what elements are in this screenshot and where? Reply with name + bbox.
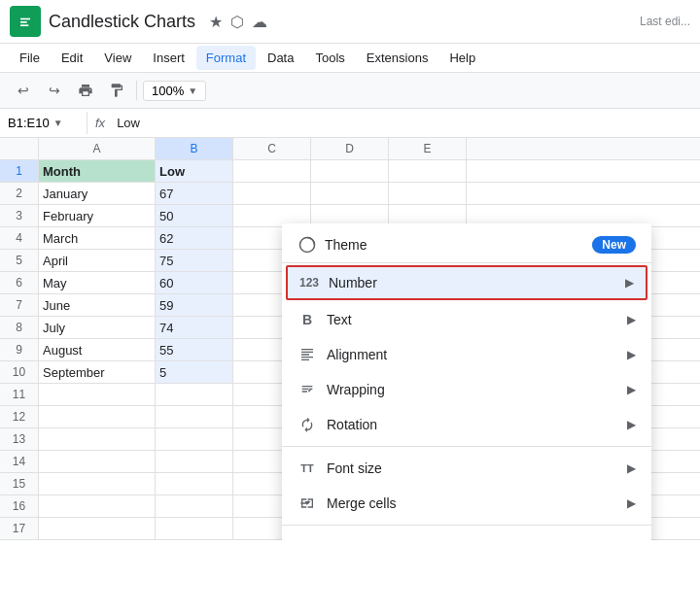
cell-b1[interactable]: Low xyxy=(156,160,233,182)
row-num-15[interactable]: 15 xyxy=(0,473,39,495)
row-num-9[interactable]: 9 xyxy=(0,339,39,360)
cell-b7[interactable]: 59 xyxy=(156,294,233,316)
menu-insert[interactable]: Insert xyxy=(143,46,194,70)
cell-b14[interactable] xyxy=(156,451,233,472)
paint-format-button[interactable] xyxy=(103,77,130,104)
cell-ref-dropdown-icon[interactable]: ▼ xyxy=(53,118,63,128)
cell-b6[interactable]: 60 xyxy=(156,272,233,293)
format-alignment-item[interactable]: Alignment ▶ xyxy=(282,337,651,372)
number-chevron-icon: ▶ xyxy=(625,276,634,290)
cell-a13[interactable] xyxy=(39,428,156,450)
cell-b3[interactable]: 50 xyxy=(156,205,233,226)
mergecells-chevron-icon: ▶ xyxy=(627,496,636,510)
col-header-e[interactable]: E xyxy=(389,138,467,159)
rotation-chevron-icon: ▶ xyxy=(627,418,636,431)
row-num-13[interactable]: 13 xyxy=(0,428,39,450)
row-num-12[interactable]: 12 xyxy=(0,406,39,427)
col-header-c[interactable]: C xyxy=(233,138,311,159)
row-num-8[interactable]: 8 xyxy=(0,317,39,338)
cell-a10[interactable]: September xyxy=(39,361,156,383)
cell-a11[interactable] xyxy=(39,384,156,405)
cell-a1[interactable]: Month xyxy=(39,160,156,182)
row-num-14[interactable]: 14 xyxy=(0,451,39,472)
cell-a16[interactable] xyxy=(39,495,156,517)
cell-a17[interactable] xyxy=(39,518,156,539)
row-num-1[interactable]: 1 xyxy=(0,160,39,182)
cell-a14[interactable] xyxy=(39,451,156,472)
cell-reference[interactable]: B1:E10 ▼ xyxy=(0,112,88,134)
menu-format[interactable]: Format xyxy=(196,46,256,70)
menu-file[interactable]: File xyxy=(10,46,50,70)
row-num-2[interactable]: 2 xyxy=(0,183,39,204)
cell-b13[interactable] xyxy=(156,428,233,450)
cell-d2[interactable] xyxy=(311,183,389,204)
row-num-10[interactable]: 10 xyxy=(0,361,39,383)
cell-a3[interactable]: February xyxy=(39,205,156,226)
redo-button[interactable]: ↪ xyxy=(41,77,68,104)
menu-edit[interactable]: Edit xyxy=(52,46,92,70)
zoom-control[interactable]: 100% ▼ xyxy=(143,81,206,101)
col-header-d[interactable]: D xyxy=(311,138,389,159)
row-num-11[interactable]: 11 xyxy=(0,384,39,405)
cell-b9[interactable]: 55 xyxy=(156,339,233,360)
row-num-16[interactable]: 16 xyxy=(0,495,39,517)
cell-c1[interactable] xyxy=(233,160,311,182)
cell-a8[interactable]: July xyxy=(39,317,156,338)
cell-d1[interactable] xyxy=(311,160,389,182)
cell-b16[interactable] xyxy=(156,495,233,517)
cell-b8[interactable]: 74 xyxy=(156,317,233,338)
cell-a6[interactable]: May xyxy=(39,272,156,293)
row-num-17[interactable]: 17 xyxy=(0,518,39,539)
cell-a4[interactable]: March xyxy=(39,227,156,249)
format-conditional-item[interactable]: Conditional formatting xyxy=(282,529,651,540)
cell-a2[interactable]: January xyxy=(39,183,156,204)
format-mergecells-item[interactable]: Merge cells ▶ xyxy=(282,486,651,521)
cell-b5[interactable]: 75 xyxy=(156,250,233,271)
drive-icon[interactable]: ⬡ xyxy=(230,13,244,31)
cell-a7[interactable]: June xyxy=(39,294,156,316)
last-edit-label: Last edi... xyxy=(640,15,690,28)
conditional-icon xyxy=(298,537,317,540)
menu-data[interactable]: Data xyxy=(258,46,303,70)
format-fontsize-item[interactable]: TT Font size ▶ xyxy=(282,451,651,486)
theme-menu-item[interactable]: Theme New xyxy=(282,227,651,263)
row-num-4[interactable]: 4 xyxy=(0,227,39,249)
cell-b17[interactable] xyxy=(156,518,233,539)
row-num-6[interactable]: 6 xyxy=(0,272,39,293)
col-header-a[interactable]: A xyxy=(39,138,156,159)
menu-view[interactable]: View xyxy=(94,46,141,70)
cell-b10[interactable]: 5 xyxy=(156,361,233,383)
fontsize-item-left: TT Font size xyxy=(298,459,382,478)
cell-a12[interactable] xyxy=(39,406,156,427)
toolbar-divider-1 xyxy=(136,81,137,100)
cell-b12[interactable] xyxy=(156,406,233,427)
cloud-icon[interactable]: ☁ xyxy=(252,13,267,31)
undo-button[interactable]: ↩ xyxy=(10,77,37,104)
cell-b15[interactable] xyxy=(156,473,233,495)
print-button[interactable] xyxy=(72,77,99,104)
menu-help[interactable]: Help xyxy=(439,46,485,70)
cell-e2[interactable] xyxy=(389,183,467,204)
format-rotation-item[interactable]: Rotation ▶ xyxy=(282,407,651,442)
menu-extensions[interactable]: Extensions xyxy=(357,46,438,70)
menu-tools[interactable]: Tools xyxy=(305,46,354,70)
format-text-item[interactable]: B Text ▶ xyxy=(282,302,651,337)
cell-a15[interactable] xyxy=(39,473,156,495)
cell-b4[interactable]: 62 xyxy=(156,227,233,249)
row-num-7[interactable]: 7 xyxy=(0,294,39,316)
cell-e1[interactable] xyxy=(389,160,467,182)
cell-c2[interactable] xyxy=(233,183,311,204)
rotation-item-left: Rotation xyxy=(298,415,377,434)
format-wrapping-item[interactable]: Wrapping ▶ xyxy=(282,372,651,407)
row-num-5[interactable]: 5 xyxy=(0,250,39,271)
format-number-item[interactable]: 123 Number ▶ xyxy=(286,265,648,300)
cell-a9[interactable]: August xyxy=(39,339,156,360)
formula-input[interactable]: Low xyxy=(113,112,700,134)
app-icon xyxy=(10,6,41,37)
star-icon[interactable]: ★ xyxy=(209,13,223,31)
col-header-b[interactable]: B xyxy=(156,138,233,159)
cell-b2[interactable]: 67 xyxy=(156,183,233,204)
row-num-3[interactable]: 3 xyxy=(0,205,39,226)
cell-a5[interactable]: April xyxy=(39,250,156,271)
cell-b11[interactable] xyxy=(156,384,233,405)
